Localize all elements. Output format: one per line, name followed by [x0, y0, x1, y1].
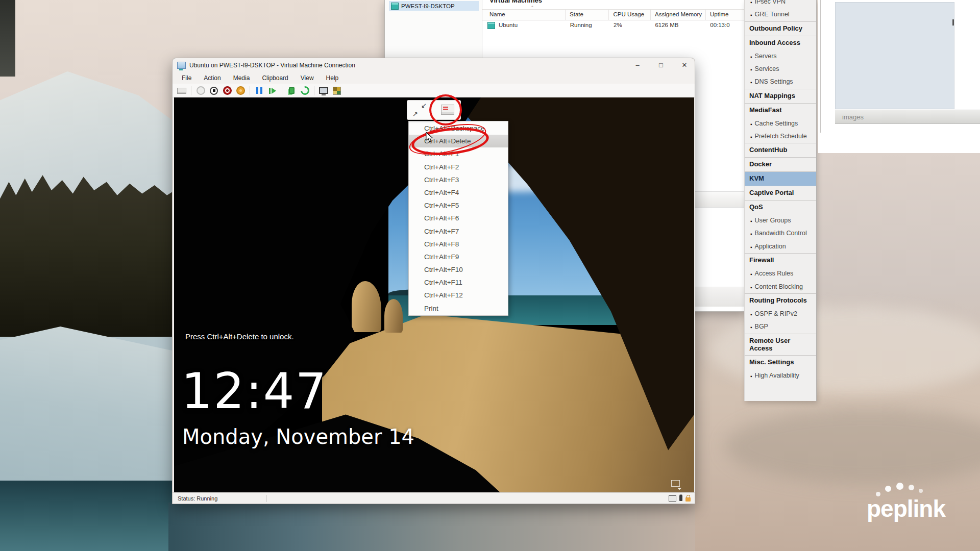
revert-icon[interactable] [299, 85, 310, 96]
menu-item[interactable]: Ctrl+Alt+F1 [409, 147, 508, 160]
menu-item[interactable]: Ctrl+Alt+Delete [409, 135, 508, 147]
sidebar-item[interactable]: Firewall [745, 253, 816, 267]
resume-icon[interactable] [267, 85, 278, 96]
sidebar-item[interactable]: High Availability [745, 369, 816, 382]
lockscreen-clock: 12:47 [181, 363, 328, 420]
close-button[interactable]: ✕ [679, 61, 690, 69]
window-title: Ubuntu on PWEST-I9-DSKTOP - Virtual Mach… [189, 62, 355, 69]
table-column-header[interactable]: Uptime [706, 10, 745, 20]
save-icon[interactable] [235, 85, 246, 96]
images-section-bar[interactable]: images [835, 110, 980, 124]
sidebar-item[interactable]: MediaFast [745, 103, 816, 117]
status-text: Status: Running [173, 495, 217, 502]
images-placeholder-box [835, 2, 954, 109]
sidebar-item[interactable]: Remote User Access [745, 334, 816, 356]
table-column-header[interactable]: State [566, 10, 609, 20]
sidebar-item[interactable]: BGP [745, 320, 816, 333]
menu-item[interactable]: Ctrl+Alt+F12 [409, 289, 508, 302]
table-row[interactable]: UbuntuRunning2%6126 MB00:13:0 [482, 19, 745, 31]
menu-item[interactable]: Ctrl+Alt+F2 [409, 161, 508, 173]
sidebar-item-label: IPsec VPN [755, 0, 786, 5]
sidebar-item[interactable]: ContentHub [745, 143, 816, 157]
sidebar-item[interactable]: Content Blocking [745, 281, 816, 293]
hyperv-host-item[interactable]: PWEST-I9-DSKTOP [389, 1, 479, 11]
ctrl-alt-del-icon[interactable] [176, 85, 187, 96]
menu-item[interactable]: Ctrl+Alt+F8 [409, 238, 508, 251]
menubar-item[interactable]: Clipboard [256, 73, 294, 83]
menubar-item[interactable]: File [176, 73, 198, 83]
window-controls: – □ ✕ [632, 58, 690, 72]
menu-item[interactable]: Ctrl+Alt+F10 [409, 263, 508, 276]
resize-arrows-icon[interactable] [412, 103, 427, 117]
start-icon[interactable] [195, 85, 206, 96]
table-cell: 6126 MB [651, 22, 706, 28]
menubar-item[interactable]: Help [320, 73, 345, 83]
sidebar-item[interactable]: Prefetch Schedule [745, 130, 816, 143]
sidebar-item[interactable]: OSPF & RIPv2 [745, 308, 816, 320]
menu-item[interactable]: Ctrl+Alt+F5 [409, 199, 508, 212]
sidebar-item-label: ContentHub [749, 146, 787, 154]
ctrl-alt-del-icon[interactable] [441, 105, 454, 115]
wallpaper-tree-line [0, 168, 178, 337]
menu-item[interactable]: Ctrl+Alt+F3 [409, 173, 508, 186]
sidebar-item-label: KVM [749, 175, 764, 183]
scrollbar-thumb[interactable] [952, 19, 954, 26]
sidebar-item-label: Cache Settings [755, 120, 798, 127]
menu-item[interactable]: Ctrl+Alt+F11 [409, 276, 508, 289]
sidebar-item[interactable]: KVM [745, 171, 816, 186]
peplink-sidebar: IPsec VPN GRE Tunnel Outbound Policy Inb… [744, 0, 817, 401]
maximize-button[interactable]: □ [656, 61, 666, 69]
share-icon[interactable] [331, 85, 342, 96]
turn-off-icon[interactable] [208, 85, 219, 96]
table-cell: Running [566, 22, 609, 28]
sidebar-item[interactable]: NAT Mappings [745, 89, 816, 103]
sidebar-item[interactable]: Misc. Settings [745, 355, 816, 369]
sidebar-item[interactable]: Cache Settings [745, 117, 816, 130]
sidebar-item-label: Prefetch Schedule [755, 133, 807, 140]
sidebar-item[interactable]: Servers [745, 50, 816, 63]
menu-item[interactable]: Print [409, 302, 508, 315]
sidebar-item[interactable]: Access Rules [745, 267, 816, 280]
bullet-icon [750, 372, 752, 380]
wallpaper-dark-strip [0, 0, 15, 77]
menu-item[interactable]: Ctrl+Alt+F7 [409, 225, 508, 238]
menu-item[interactable]: Ctrl+Alt+F9 [409, 251, 508, 263]
sidebar-item[interactable]: Inbound Access [745, 36, 816, 50]
table-column-header[interactable]: Assigned Memory [651, 10, 706, 20]
minimize-button[interactable]: – [632, 61, 643, 69]
sidebar-item[interactable]: GRE Tunnel [745, 8, 816, 21]
menu-item[interactable]: Ctrl+Alt+Backspace [409, 122, 508, 135]
bullet-icon [750, 11, 752, 18]
table-cell: 00:13:0 [706, 22, 745, 28]
sidebar-item[interactable]: DNS Settings [745, 76, 816, 88]
sidebar-item[interactable]: Outbound Policy [745, 21, 816, 36]
sidebar-item[interactable]: Routing Protocols [745, 293, 816, 308]
sidebar-item[interactable]: Application [745, 240, 816, 253]
sidebar-item-label: Access Rules [755, 270, 794, 277]
pause-icon[interactable] [254, 85, 265, 96]
sidebar-item-label: Outbound Policy [749, 25, 802, 33]
sidebar-item[interactable]: IPsec VPN [745, 0, 816, 8]
titlebar[interactable]: Ubuntu on PWEST-I9-DSKTOP - Virtual Mach… [173, 58, 695, 72]
sidebar-item-label: Firewall [749, 257, 774, 264]
sidebar-item[interactable]: Captive Portal [745, 186, 816, 200]
statusbar-icons [669, 495, 691, 502]
checkpoint-icon[interactable] [286, 85, 297, 96]
sidebar-item[interactable]: Bandwidth Control [745, 227, 816, 240]
enhanced-session-icon[interactable] [318, 85, 329, 96]
menubar-item[interactable]: Media [227, 73, 256, 83]
sidebar-item-label: Routing Protocols [749, 297, 807, 305]
menu-item[interactable]: Ctrl+Alt+F4 [409, 186, 508, 199]
menubar-item[interactable]: Action [198, 73, 227, 83]
menubar-item[interactable]: View [295, 73, 320, 83]
shutdown-icon[interactable] [222, 85, 233, 96]
menu-item[interactable]: Ctrl+Alt+F6 [409, 212, 508, 224]
sidebar-item[interactable]: Docker [745, 157, 816, 171]
sidebar-item-label: Servers [755, 53, 777, 60]
table-column-header[interactable]: Name [482, 10, 566, 20]
bullet-icon [750, 53, 752, 60]
sidebar-item[interactable]: Services [745, 63, 816, 76]
sidebar-item[interactable]: User Groups [745, 214, 816, 227]
sidebar-item[interactable]: QoS [745, 200, 816, 214]
table-column-header[interactable]: CPU Usage [609, 10, 651, 20]
